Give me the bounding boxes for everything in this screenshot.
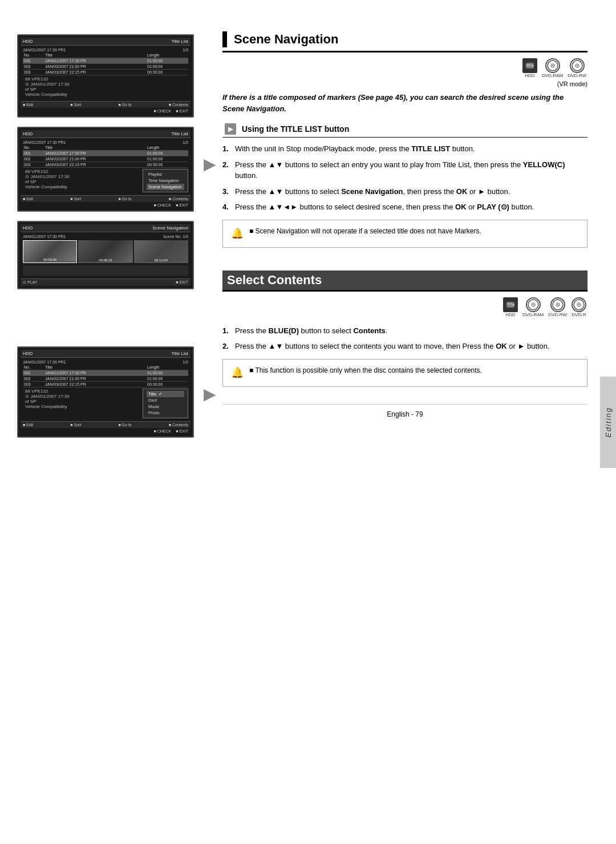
table-row: JAN/01/2007 17:30 PR	[44, 58, 146, 64]
svg-point-18	[557, 304, 558, 305]
sc-step-text-1: Press the BLUE(D) button to select Conte…	[235, 325, 387, 337]
col-length: Length	[146, 53, 188, 58]
left-panel: HDD Title List JAN/01/2007 17:30 PR1 1/3…	[0, 0, 211, 844]
screen3-header-right: Scene Navigation	[152, 225, 188, 231]
scene-navigation-title: Scene Navigation	[222, 31, 587, 53]
note-icon-2: 🔔	[231, 365, 244, 381]
screen3-header-left: HDD	[23, 225, 33, 231]
screen2-date: JAN/01/2007 17:30 PR1	[23, 140, 66, 144]
scene-nav-steps: 1. With the unit in Stop mode/Playback m…	[222, 143, 587, 213]
select-contents-title-text: Select Contents	[227, 273, 322, 288]
screen4-table: No. Title Length 001 JAN/01/2007 17:30 P…	[23, 365, 188, 387]
step-num-1: 1.	[222, 143, 232, 155]
scene-thumbnails: 00:00:00 00:06:18 00:11:04	[23, 239, 188, 264]
edge-tab: Editing	[600, 377, 616, 468]
table-row: 003	[23, 70, 44, 75]
step-num-4: 4.	[222, 201, 232, 213]
screen-group-2: HDD Title List JAN/01/2007 17:30 PR1 1/3…	[17, 346, 200, 442]
menu-item-music: Music	[147, 403, 184, 410]
dvd-rw-icon-box: DVD-RW	[568, 58, 586, 78]
dvd-r-icon-box: DVD-R	[572, 297, 586, 317]
table-row: 001	[23, 58, 44, 64]
screen2-footer: ■ Edit■ Sort■ Go to■ Contents	[21, 195, 191, 202]
screen-mockup-1: HDD Title List JAN/01/2007 17:30 PR1 1/3…	[17, 34, 194, 118]
svg-rect-12	[507, 304, 512, 304]
svg-point-9	[577, 65, 578, 66]
screen3-footer: ⊙ PLAY■ EXIT	[21, 278, 191, 286]
table-row: 01:00:00	[146, 58, 188, 64]
screen4-page: 1/3	[183, 360, 188, 364]
screen4-footer: ■ Edit■ Sort■ Go to■ Contents	[21, 421, 191, 428]
select-contents-steps: 1. Press the BLUE(D) button to select Co…	[222, 325, 587, 352]
svg-point-11	[512, 304, 514, 305]
menu-item-playlist: Playlist	[147, 171, 184, 177]
screen2-header-left: HDD	[23, 131, 33, 136]
scene-thumb-3: 00:11:04	[134, 240, 188, 263]
select-contents-title: Select Contents	[222, 270, 587, 292]
dvd-ram-label-2: DVD-RAM	[522, 312, 544, 317]
step-4: 4. Press the ▲▼◄► buttons to select desi…	[222, 201, 587, 213]
note-text: Scene Navigation will not operate if a s…	[256, 227, 481, 235]
step-num-3: 3.	[222, 186, 232, 197]
right-panel: Scene Navigation HDD DVD-RAM	[211, 0, 616, 844]
screen2-header-right: Title List	[172, 131, 189, 136]
hdd-icon-box: HDD	[522, 58, 537, 78]
table-row: JAN/03/2007 22:15 PR	[44, 70, 146, 75]
note-content: ■ Scene Navigation will not operate if a…	[249, 226, 481, 241]
sc-step-num-1: 1.	[222, 325, 232, 337]
table-row: 00:30:00	[146, 70, 188, 75]
dvd-rw-icon-2	[550, 297, 565, 312]
step-3: 3. Press the ▲▼ buttons to select Scene …	[222, 186, 587, 197]
subsection-title-text: Using the TITLE LIST button	[242, 124, 349, 134]
screen4-info-popup: 88 VPE132 ⊙ JAN/01/2007 17:30 of SP Vehi…	[23, 387, 188, 418]
dvd-ram-icon-box-2: DVD-RAM	[522, 297, 544, 317]
step-2: 2. Press the ▲▼ buttons to select an ent…	[222, 159, 587, 181]
screen1-info: 88 VPE132 ⊙ JAN/01/2007 17:30 of SP Vehi…	[23, 75, 188, 98]
table-row: 01:00:00	[146, 64, 188, 70]
scene-thumb-1: 00:00:00	[23, 240, 77, 263]
screen-group-1: HDD Title List JAN/01/2007 17:30 PR1 1/3…	[17, 34, 200, 294]
table-row: JAN/02/2007 21:00 PR	[44, 64, 146, 70]
menu-item-time-nav: Time Navigation	[147, 177, 184, 184]
vr-mode-label: (VR mode)	[222, 80, 587, 87]
step-text-3: Press the ▲▼ buttons to select Scene Nav…	[235, 186, 510, 197]
dvd-ram-icon-box: DVD-RAM	[542, 58, 563, 78]
subsection-icon: ▶	[225, 123, 236, 135]
footer-text: English - 79	[387, 410, 423, 418]
svg-point-6	[552, 65, 553, 66]
dvd-rw-label-2: DVD-RW	[548, 312, 567, 317]
scene-thumb-2: 00:06:18	[78, 240, 132, 263]
scene-nav-intro: If there is a title composed of markers …	[222, 92, 587, 114]
screen1-date: JAN/01/2007 17:30 PR1	[23, 48, 66, 52]
screen3-date: JAN/01/2007 17:30 PR1	[23, 235, 66, 239]
step-num-2: 2.	[222, 159, 232, 181]
spacer	[17, 306, 200, 341]
screen1-table: No. Title Length 001 JAN/01/2007 17:30 P…	[23, 53, 188, 75]
hdd-icon	[522, 58, 537, 73]
dvd-ram-label: DVD-RAM	[542, 73, 563, 78]
sc-step-text-2: Press the ▲▼ buttons to select the conte…	[235, 341, 550, 352]
screen2-info-popup: 88 VPE132 ⊙ JAN/01/2007 17:30 of SP Vehi…	[23, 168, 188, 192]
screen1-header-left: HDD	[23, 39, 33, 44]
step-text-1: With the unit in Stop mode/Playback mode…	[235, 143, 475, 155]
screen3-scene-no: Scene No. 1/3	[163, 235, 188, 239]
screen4-date: JAN/01/2007 17:30 PR1	[23, 360, 66, 364]
screen1-header-right: Title List	[172, 39, 189, 44]
svg-point-15	[533, 304, 534, 305]
popup-menu: Playlist Time Navigation Scene Navigatio…	[143, 169, 188, 192]
col-title: Title	[44, 53, 146, 58]
title-list-subsection: ▶ Using the TITLE LIST button	[222, 121, 587, 138]
dvd-rw-label: DVD-RW	[568, 73, 586, 78]
svg-point-1	[532, 65, 533, 67]
screen4-header-right: Title List	[172, 351, 189, 356]
hdd-icon-box-2: HDD	[503, 297, 518, 317]
step-1: 1. With the unit in Stop mode/Playback m…	[222, 143, 587, 155]
screen2-table: No. Title Length 001 JAN/01/2007 17:30 P…	[23, 145, 188, 168]
edge-tab-text: Editing	[604, 407, 613, 438]
dvd-r-label: DVD-R	[572, 312, 586, 317]
select-contents-section: Select Contents HDD DVD-RAM	[222, 270, 587, 387]
step-text-2: Press the ▲▼ buttons to select an entry …	[235, 159, 587, 181]
scene-nav-note: 🔔 ■ Scene Navigation will not operate if…	[222, 220, 587, 248]
col-no: No.	[23, 53, 44, 58]
icons-row: HDD DVD-RAM DVD-RW	[222, 58, 587, 78]
